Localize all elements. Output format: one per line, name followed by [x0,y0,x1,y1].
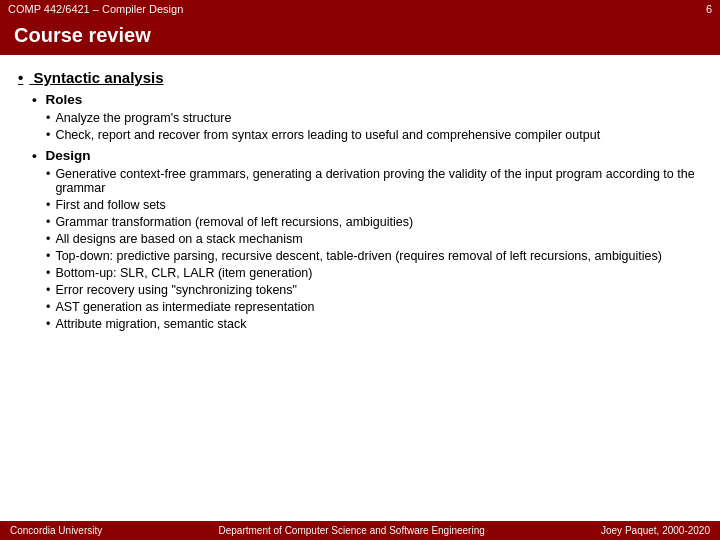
design-label: Design [32,148,702,163]
list-item: AST generation as intermediate represent… [46,300,702,314]
slide-content: Syntactic analysis Roles Analyze the pro… [0,55,720,340]
roles-label: Roles [32,92,702,107]
slide-number: 6 [706,3,712,15]
footer-right: Joey Paquet, 2000-2020 [601,525,710,536]
top-bar: COMP 442/6421 – Compiler Design 6 [0,0,720,18]
slide-title: Course review [14,24,151,46]
slide-header: Course review [0,18,720,55]
list-item: Generative context-free grammars, genera… [46,167,702,195]
list-item: Error recovery using "synchronizing toke… [46,283,702,297]
list-item: First and follow sets [46,198,702,212]
list-item: Grammar transformation (removal of left … [46,215,702,229]
footer-center: Department of Computer Science and Softw… [219,525,485,536]
list-item: Bottom-up: SLR, CLR, LALR (item generati… [46,266,702,280]
list-item: Top-down: predictive parsing, recursive … [46,249,702,263]
footer-left: Concordia University [10,525,102,536]
design-section: Design Generative context-free grammars,… [18,148,702,331]
list-item: Attribute migration, semantic stack [46,317,702,331]
course-title: COMP 442/6421 – Compiler Design [8,3,183,15]
main-bullet-syntactic: Syntactic analysis [18,69,702,86]
list-item: All designs are based on a stack mechani… [46,232,702,246]
slide-footer: Concordia University Department of Compu… [0,521,720,540]
list-item: Check, report and recover from syntax er… [46,128,702,142]
list-item: Analyze the program's structure [46,111,702,125]
roles-section: Roles Analyze the program's structure Ch… [18,92,702,142]
